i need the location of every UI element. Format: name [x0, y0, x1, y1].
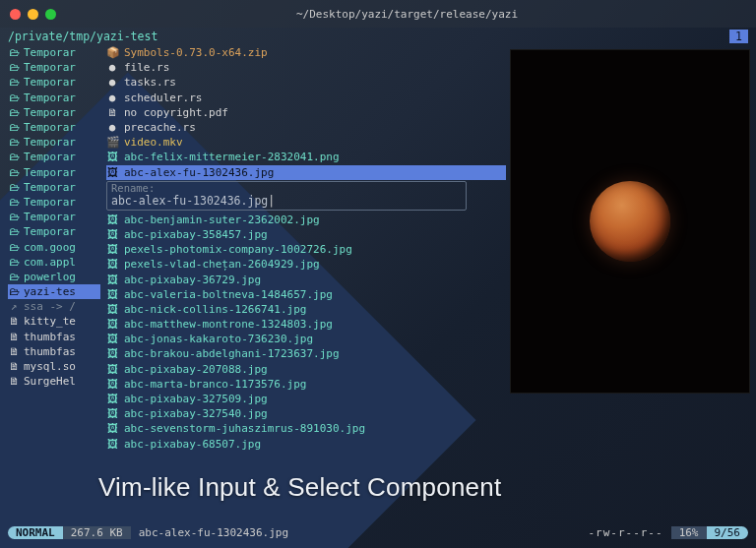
sidebar-item-label: kitty_te — [24, 315, 76, 328]
list-item[interactable]: 🖼abc-sevenstorm-juhaszimrus-891030.jpg — [106, 421, 506, 436]
list-item[interactable]: 📦Symbols-0.73.0-x64.zip — [106, 45, 506, 60]
sidebar-item[interactable]: ↗ssa -> / — [8, 299, 100, 314]
sidebar-item[interactable]: 🗁Temporar — [8, 45, 100, 60]
image-preview — [510, 49, 750, 394]
sidebar-item-label: Temporar — [24, 211, 76, 223]
list-item[interactable]: 🖼abc-nick-collins-1266741.jpg — [106, 302, 506, 317]
sidebar-item-selected[interactable]: 🗁yazi-tes — [8, 284, 100, 299]
file-name: abc-matthew-montrone-1324803.jpg — [124, 318, 333, 331]
list-item[interactable]: 🖼abc-pixabay-327509.jpg — [106, 392, 506, 406]
close-icon[interactable] — [10, 9, 21, 20]
sidebar-item[interactable]: 🗁Temporar — [8, 135, 100, 150]
window-title: ~/Desktop/yazi/target/release/yazi — [68, 8, 746, 21]
list-item[interactable]: 🖼abc-pixabay-358457.jpg — [106, 227, 506, 242]
list-item[interactable]: ●scheduler.rs — [106, 91, 506, 105]
sidebar-item[interactable]: 🗁powerlog — [8, 270, 100, 284]
file-name: abc-felix-mittermeier-2832041.png — [124, 151, 340, 163]
folder-icon: 🗁 — [8, 196, 20, 209]
feature-caption: Vim-like Input & Select Component — [98, 472, 501, 503]
sidebar-item[interactable]: 🗁Temporar — [8, 224, 100, 239]
sidebar-item[interactable]: 🗁Temporar — [8, 105, 100, 120]
file-icon: 🗎 — [8, 360, 20, 373]
sidebar-item[interactable]: 🗎SurgeHel — [8, 374, 100, 389]
folder-icon: 🗁 — [8, 241, 20, 254]
file-list[interactable]: 📦Symbols-0.73.0-x64.zip●file.rs●tasks.rs… — [100, 45, 506, 527]
folder-icon: 🗁 — [8, 271, 20, 283]
list-item-selected[interactable]: 🖼 abc-alex-fu-1302436.jpg — [106, 165, 506, 180]
sidebar-item[interactable]: 🗎kitty_te — [8, 314, 100, 329]
sidebar-item-label: Temporar — [24, 106, 76, 119]
sidebar-item[interactable]: 🗁Temporar — [8, 165, 100, 180]
sidebar-item[interactable]: 🗁Temporar — [8, 91, 100, 105]
sidebar-item[interactable]: 🗁Temporar — [8, 150, 100, 164]
list-item[interactable]: 🖼abc-benjamin-suter-2362002.jpg — [106, 213, 506, 227]
list-item[interactable]: ●file.rs — [106, 60, 506, 75]
list-item[interactable]: 🖼abc-pixabay-36729.jpg — [106, 272, 506, 286]
list-item[interactable]: 🗎no copyright.pdf — [106, 105, 506, 120]
file-type-icon: 🖼 — [106, 407, 118, 420]
file-name: abc-alex-fu-1302436.jpg — [124, 166, 274, 179]
file-icon: 🗎 — [8, 345, 20, 358]
rename-input[interactable]: abc-alex-fu-1302436.jpg — [111, 194, 462, 208]
sidebar-item[interactable]: 🗎thumbfas — [8, 330, 100, 344]
sidebar-item-label: Temporar — [24, 61, 76, 74]
list-item[interactable]: 🖼pexels-photomix-company-1002726.jpg — [106, 242, 506, 257]
file-name: tasks.rs — [124, 76, 176, 89]
file-type-icon: 🎬 — [106, 136, 118, 149]
sidebar-item[interactable]: 🗁Temporar — [8, 195, 100, 210]
file-name: video.mkv — [124, 136, 183, 149]
rename-input-box[interactable]: Rename: abc-alex-fu-1302436.jpg — [106, 181, 467, 211]
sidebar-item[interactable]: 🗁Temporar — [8, 60, 100, 75]
status-permissions: -rw-r--r-- — [580, 526, 670, 539]
list-item[interactable]: 🖼abc-pixabay-207088.jpg — [106, 362, 506, 377]
file-name: abc-marta-branco-1173576.jpg — [124, 378, 306, 391]
sidebar-item-label: thumbfas — [24, 331, 76, 343]
sidebar-item[interactable]: 🗁Temporar — [8, 75, 100, 90]
sidebar-item[interactable]: 🗁com.appl — [8, 255, 100, 270]
sidebar-item[interactable]: 🗎mysql.so — [8, 359, 100, 374]
file-type-icon: 🖼 — [106, 151, 118, 163]
list-item[interactable]: 🖼abc-valeria-boltneva-1484657.jpg — [106, 287, 506, 302]
file-name: abc-sevenstorm-juhaszimrus-891030.jpg — [124, 422, 365, 435]
parent-directory-list[interactable]: 🗁Temporar🗁Temporar🗁Temporar🗁Temporar🗁Tem… — [0, 45, 100, 527]
minimize-icon[interactable] — [28, 9, 38, 20]
list-item[interactable]: 🖼abc-marta-branco-1173576.jpg — [106, 377, 506, 392]
folder-icon: 🗁 — [8, 61, 20, 74]
list-item[interactable]: 🖼abc-felix-mittermeier-2832041.png — [106, 150, 506, 164]
sidebar-item[interactable]: 🗁Temporar — [8, 210, 100, 224]
list-item[interactable]: 🖼abc-pixabay-68507.jpg — [106, 437, 506, 452]
folder-icon: 🗁 — [8, 121, 20, 134]
status-percent: 16% — [671, 526, 707, 539]
file-type-icon: 🖼 — [106, 333, 118, 345]
folder-icon: 🗁 — [8, 136, 20, 149]
file-type-icon: 📦 — [106, 46, 118, 59]
list-item[interactable]: 🖼abc-brakou-abdelghani-1723637.jpg — [106, 346, 506, 361]
folder-icon: 🗁 — [8, 151, 20, 163]
file-name: file.rs — [124, 61, 169, 74]
status-bar: NORMAL 267.6 KB abc-alex-fu-1302436.jpg … — [8, 524, 748, 540]
list-item[interactable]: 🖼abc-pixabay-327540.jpg — [106, 406, 506, 421]
sidebar-item[interactable]: 🗁com.goog — [8, 239, 100, 254]
file-icon: 🗎 — [8, 315, 20, 328]
sidebar-item[interactable]: 🗎thumbfas — [8, 344, 100, 359]
file-name: abc-jonas-kakaroto-736230.jpg — [124, 333, 313, 345]
sidebar-item-label: Temporar — [24, 181, 76, 194]
folder-icon: 🗁 — [8, 285, 20, 298]
sidebar-item[interactable]: 🗁Temporar — [8, 180, 100, 195]
list-item[interactable]: 🖼abc-matthew-montrone-1324803.jpg — [106, 317, 506, 332]
sidebar-item[interactable]: 🗁Temporar — [8, 120, 100, 135]
sidebar-item-label: yazi-tes — [24, 285, 76, 298]
list-item[interactable]: 🖼abc-jonas-kakaroto-736230.jpg — [106, 332, 506, 346]
list-item[interactable]: 🖼pexels-vlad-chețan-2604929.jpg — [106, 257, 506, 272]
file-type-icon: ● — [106, 76, 118, 89]
list-item[interactable]: 🎬video.mkv — [106, 135, 506, 150]
list-item[interactable]: ●precache.rs — [106, 120, 506, 135]
file-type-icon: 🖼 — [106, 422, 118, 435]
tab-indicator[interactable]: 1 — [729, 30, 748, 43]
maximize-icon[interactable] — [45, 9, 56, 20]
file-type-icon: ● — [106, 121, 118, 134]
sidebar-item-label: mysql.so — [24, 360, 76, 373]
folder-icon: 🗁 — [8, 91, 20, 104]
list-item[interactable]: ●tasks.rs — [106, 75, 506, 90]
preview-pane — [506, 45, 756, 527]
